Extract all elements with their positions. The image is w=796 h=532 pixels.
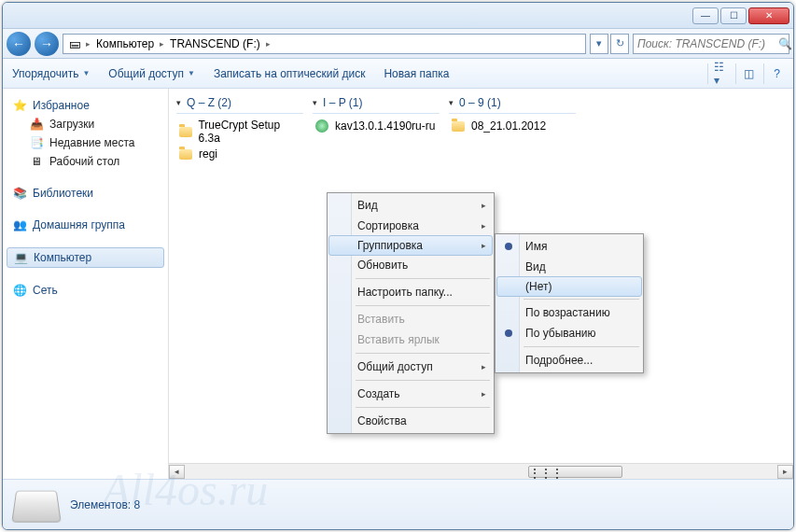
search-icon[interactable]: 🔍	[778, 37, 792, 50]
help-button[interactable]: ?	[763, 63, 784, 84]
ctx-paste-shortcut: Вставить ярлык	[329, 329, 492, 350]
ctx-customize[interactable]: Настроить папку...	[329, 282, 492, 302]
organize-menu[interactable]: Упорядочить▼	[12, 67, 90, 80]
chevron-right-icon[interactable]: ▸	[266, 39, 271, 49]
subctx-view[interactable]: Вид	[497, 257, 641, 277]
subctx-more[interactable]: Подробнее...	[497, 350, 641, 371]
subctx-ascending[interactable]: По возрастанию	[497, 302, 641, 323]
search-input[interactable]	[637, 37, 778, 50]
ctx-view[interactable]: Вид▸	[329, 195, 492, 216]
subctx-none[interactable]: (Нет)	[496, 276, 642, 297]
list-item[interactable]: 08_21.01.2012	[449, 118, 576, 134]
downloads-icon: 📥	[29, 117, 44, 132]
horizontal-scrollbar[interactable]: ◂ ⋮⋮⋮ ▸	[169, 463, 793, 479]
scroll-right-button[interactable]: ▸	[777, 465, 793, 479]
chevron-right-icon: ▸	[482, 389, 486, 399]
drive-large-icon	[11, 490, 61, 522]
burn-button[interactable]: Записать на оптический диск	[214, 67, 366, 80]
ctx-create[interactable]: Создать▸	[329, 384, 492, 404]
ctx-paste: Вставить	[329, 309, 492, 329]
homegroup-icon: 👥	[12, 217, 27, 232]
recent-icon: 📑	[29, 135, 44, 150]
search-box[interactable]: 🔍	[633, 34, 789, 54]
desktop-icon: 🖥	[29, 154, 44, 169]
file-group: ▾0 – 9 (1) 08_21.01.2012	[449, 94, 576, 134]
close-button[interactable]: ✕	[748, 7, 789, 24]
list-item[interactable]: TrueCrypt Setup 6.3a	[176, 118, 303, 146]
subctx-name[interactable]: Имя	[497, 236, 641, 257]
nav-bar: ← → 🖴 ▸ Компьютер ▸ TRANSCEND (F:) ▸ ▾ ↻…	[3, 29, 793, 59]
chevron-right-icon: ▸	[482, 241, 486, 250]
status-bar: Элементов: 8	[3, 479, 793, 529]
radio-icon	[505, 329, 512, 337]
ctx-share[interactable]: Общий доступ▸	[329, 357, 492, 377]
drive-icon: 🖴	[67, 36, 82, 51]
chevron-down-icon: ▾	[449, 98, 454, 107]
refresh-button[interactable]: ↻	[610, 34, 629, 54]
titlebar[interactable]: — ☐ ✕	[3, 3, 793, 29]
new-folder-button[interactable]: Новая папка	[384, 67, 449, 80]
chevron-right-icon: ▸	[482, 362, 486, 371]
group-header[interactable]: ▾0 – 9 (1)	[449, 94, 576, 114]
folder-icon	[178, 147, 193, 161]
sidebar-item-recent[interactable]: 📑Недавние места	[7, 133, 164, 152]
folder-icon	[178, 124, 192, 139]
scroll-left-button[interactable]: ◂	[169, 465, 185, 479]
address-bar[interactable]: 🖴 ▸ Компьютер ▸ TRANSCEND (F:) ▸	[63, 34, 586, 54]
context-submenu-group: Имя Вид (Нет) По возрастанию По убыванию…	[495, 233, 644, 373]
ctx-sort[interactable]: Сортировка▸	[329, 216, 492, 236]
context-menu: Вид▸ Сортировка▸ Группировка▸ Обновить Н…	[327, 192, 495, 434]
sidebar-item-libraries[interactable]: 📚Библиотеки	[7, 184, 164, 203]
back-button[interactable]: ←	[7, 32, 31, 56]
scroll-thumb[interactable]: ⋮⋮⋮	[528, 466, 622, 478]
list-item[interactable]: regi	[176, 146, 303, 162]
chevron-right-icon[interactable]: ▸	[160, 39, 164, 49]
chevron-down-icon: ▾	[176, 98, 181, 107]
toolbar: Упорядочить▼ Общий доступ▼ Записать на о…	[3, 59, 793, 89]
sidebar-item-homegroup[interactable]: 👥Домашняя группа	[7, 216, 164, 234]
address-dropdown-button[interactable]: ▾	[590, 34, 608, 54]
app-icon	[314, 119, 329, 133]
minimize-button[interactable]: —	[692, 7, 719, 24]
sidebar-item-desktop[interactable]: 🖥Рабочий стол	[7, 152, 164, 171]
forward-button[interactable]: →	[35, 32, 59, 56]
chevron-right-icon: ▸	[482, 221, 486, 231]
share-menu[interactable]: Общий доступ▼	[108, 67, 195, 80]
list-item[interactable]: kav13.0.1.4190ru-ru	[313, 118, 440, 134]
chevron-down-icon: ▼	[82, 69, 90, 77]
breadcrumb-segment[interactable]: TRANSCEND (F:)	[168, 37, 262, 50]
radio-icon	[505, 243, 512, 250]
file-group: ▾Q – Z (2) TrueCrypt Setup 6.3a regi	[176, 94, 303, 162]
subctx-descending[interactable]: По убыванию	[497, 323, 641, 343]
folder-icon	[451, 119, 466, 133]
nav-pane: ⭐Избранное 📥Загрузки 📑Недавние места 🖥Ра…	[3, 89, 169, 479]
breadcrumb-segment[interactable]: Компьютер	[94, 37, 156, 50]
file-group: ▾I – P (1) kav13.0.1.4190ru-ru	[313, 94, 440, 134]
sidebar-item-downloads[interactable]: 📥Загрузки	[7, 115, 164, 133]
library-icon: 📚	[12, 186, 27, 201]
maximize-button[interactable]: ☐	[720, 7, 747, 24]
chevron-down-icon: ▾	[313, 98, 317, 107]
sidebar-item-network[interactable]: 🌐Сеть	[7, 281, 164, 300]
chevron-down-icon: ▼	[188, 69, 195, 77]
status-text: Элементов: 8	[70, 498, 140, 511]
preview-pane-button[interactable]: ◫	[735, 63, 756, 84]
star-icon: ⭐	[12, 98, 27, 113]
chevron-right-icon[interactable]: ▸	[86, 39, 91, 49]
computer-icon: 💻	[13, 250, 28, 265]
ctx-group[interactable]: Группировка▸	[328, 235, 493, 256]
sidebar-item-favorites[interactable]: ⭐Избранное	[7, 96, 164, 115]
chevron-right-icon: ▸	[482, 201, 486, 210]
ctx-properties[interactable]: Свойства	[329, 411, 492, 431]
view-options-button[interactable]: ☷ ▾	[707, 63, 728, 84]
group-header[interactable]: ▾Q – Z (2)	[176, 94, 303, 114]
network-icon: 🌐	[12, 283, 27, 298]
sidebar-item-computer[interactable]: 💻Компьютер	[7, 247, 164, 268]
scroll-track[interactable]: ⋮⋮⋮	[185, 466, 777, 478]
group-header[interactable]: ▾I – P (1)	[313, 94, 440, 114]
ctx-refresh[interactable]: Обновить	[329, 255, 492, 275]
